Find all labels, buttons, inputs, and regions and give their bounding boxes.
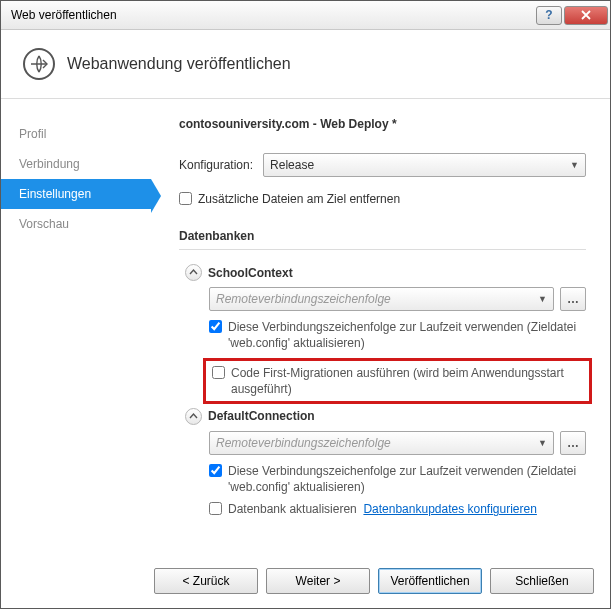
chevron-up-icon: [189, 412, 198, 421]
help-button[interactable]: ?: [536, 6, 562, 25]
dialog-footer: < Zurück Weiter > Veröffentlichen Schlie…: [1, 558, 610, 608]
remove-extra-files-checkbox[interactable]: [179, 192, 192, 205]
chevron-up-icon: [189, 268, 198, 277]
codefirst-migrations-label: Code First-Migrationen ausführen (wird b…: [231, 365, 583, 397]
db-name-schoolcontext: SchoolContext: [208, 266, 293, 280]
globe-publish-icon: [23, 48, 55, 80]
connstring-select-defaultconnection[interactable]: Remoteverbindungszeichenfolge ▼: [209, 431, 554, 455]
main-panel: contosouniversity.com - Web Deploy * Kon…: [151, 99, 610, 558]
titlebar: Web veröffentlichen ?: [1, 1, 610, 30]
back-button[interactable]: < Zurück: [154, 568, 258, 594]
use-connstring-label: Diese Verbindungszeichenfolge zur Laufze…: [228, 319, 586, 351]
chevron-down-icon: ▼: [570, 160, 579, 170]
expander-defaultconnection[interactable]: [185, 408, 202, 425]
close-window-button[interactable]: [564, 6, 608, 25]
configuration-select[interactable]: Release ▼: [263, 153, 586, 177]
sidebar-item-vorschau[interactable]: Vorschau: [1, 209, 151, 239]
close-button[interactable]: Schließen: [490, 568, 594, 594]
remove-extra-files-label: Zusätzliche Dateien am Ziel entfernen: [198, 191, 400, 207]
sidebar-item-verbindung[interactable]: Verbindung: [1, 149, 151, 179]
use-connstring-label: Diese Verbindungszeichenfolge zur Laufze…: [228, 463, 586, 495]
dialog-header: Webanwendung veröffentlichen: [1, 30, 610, 99]
update-database-checkbox[interactable]: [209, 502, 222, 515]
connstring-placeholder: Remoteverbindungszeichenfolge: [216, 436, 391, 450]
wizard-sidebar: Profil Verbindung Einstellungen Vorschau: [1, 99, 151, 558]
use-connstring-checkbox-schoolcontext[interactable]: [209, 320, 222, 333]
publish-button[interactable]: Veröffentlichen: [378, 568, 482, 594]
db-name-defaultconnection: DefaultConnection: [208, 409, 315, 423]
close-icon: [581, 10, 591, 20]
codefirst-highlight: Code First-Migrationen ausführen (wird b…: [203, 358, 592, 404]
configure-db-updates-link[interactable]: Datenbankupdates konfigurieren: [363, 502, 536, 516]
connstring-placeholder: Remoteverbindungszeichenfolge: [216, 292, 391, 306]
chevron-down-icon: ▼: [538, 294, 547, 304]
dialog-window: Web veröffentlichen ? Webanwendung veröf…: [0, 0, 611, 609]
sidebar-item-einstellungen[interactable]: Einstellungen: [1, 179, 151, 209]
configuration-value: Release: [270, 158, 314, 172]
connstring-browse-button[interactable]: …: [560, 287, 586, 311]
sidebar-item-profil[interactable]: Profil: [1, 119, 151, 149]
expander-schoolcontext[interactable]: [185, 264, 202, 281]
update-database-label: Datenbank aktualisieren: [228, 502, 357, 516]
dialog-title: Webanwendung veröffentlichen: [67, 55, 291, 73]
page-title: contosouniversity.com - Web Deploy *: [179, 117, 586, 131]
use-connstring-checkbox-defaultconnection[interactable]: [209, 464, 222, 477]
connstring-select-schoolcontext[interactable]: Remoteverbindungszeichenfolge ▼: [209, 287, 554, 311]
next-button[interactable]: Weiter >: [266, 568, 370, 594]
divider: [179, 249, 586, 250]
chevron-down-icon: ▼: [538, 438, 547, 448]
window-title: Web veröffentlichen: [11, 8, 534, 22]
configuration-label: Konfiguration:: [179, 158, 253, 172]
databases-heading: Datenbanken: [179, 229, 586, 243]
codefirst-migrations-checkbox[interactable]: [212, 366, 225, 379]
connstring-browse-button[interactable]: …: [560, 431, 586, 455]
